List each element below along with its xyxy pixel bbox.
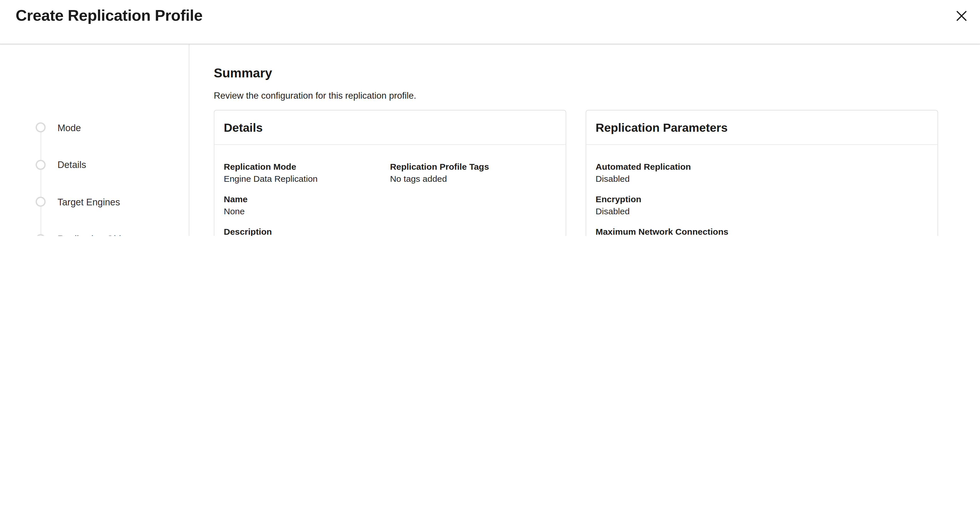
replication-parameters-card-title: Replication Parameters xyxy=(586,111,937,145)
dialog-header: Create Replication Profile xyxy=(0,0,980,44)
field-encryption: Encryption Disabled xyxy=(596,193,928,217)
step-circle-icon xyxy=(36,160,46,170)
step-target-engines[interactable]: Target Engines xyxy=(36,197,120,207)
page-subtitle: Review the configuration for this replic… xyxy=(214,90,939,101)
field-replication-mode: Replication Mode Engine Data Replication xyxy=(224,161,390,185)
step-replication-objects[interactable]: Replication Objects xyxy=(36,234,138,236)
field-name: Name None xyxy=(224,193,390,217)
step-label: Target Engines xyxy=(57,197,120,207)
close-button[interactable] xyxy=(955,9,968,22)
close-icon xyxy=(955,10,967,22)
step-label: Mode xyxy=(57,122,81,133)
stepper-connector-line xyxy=(40,127,41,236)
details-card: Details Replication Mode Engine Data Rep… xyxy=(214,110,566,236)
summary-step-content: Summary Review the configuration for thi… xyxy=(214,44,939,236)
step-mode[interactable]: Mode xyxy=(36,122,81,132)
step-label: Details xyxy=(57,159,86,170)
field-maximum-network-connections: Maximum Network Connections 1 xyxy=(596,226,928,236)
step-details[interactable]: Details xyxy=(36,160,86,170)
field-replication-profile-tags: Replication Profile Tags No tags added xyxy=(390,161,556,185)
dialog-title: Create Replication Profile xyxy=(16,6,202,24)
details-card-title: Details xyxy=(215,111,566,145)
replication-parameters-card: Replication Parameters Automated Replica… xyxy=(585,110,938,236)
step-label: Replication Objects xyxy=(57,233,138,236)
wizard-stepper: Mode Details Target Engines Replication … xyxy=(0,44,189,236)
create-replication-profile-dialog: Create Replication Profile Mode Details … xyxy=(0,0,980,236)
step-circle-icon xyxy=(36,197,46,207)
step-circle-icon xyxy=(36,122,46,132)
step-circle-icon xyxy=(36,234,46,236)
field-description: Description None xyxy=(224,226,390,236)
page-title: Summary xyxy=(214,66,939,81)
field-automated-replication: Automated Replication Disabled xyxy=(596,161,928,185)
